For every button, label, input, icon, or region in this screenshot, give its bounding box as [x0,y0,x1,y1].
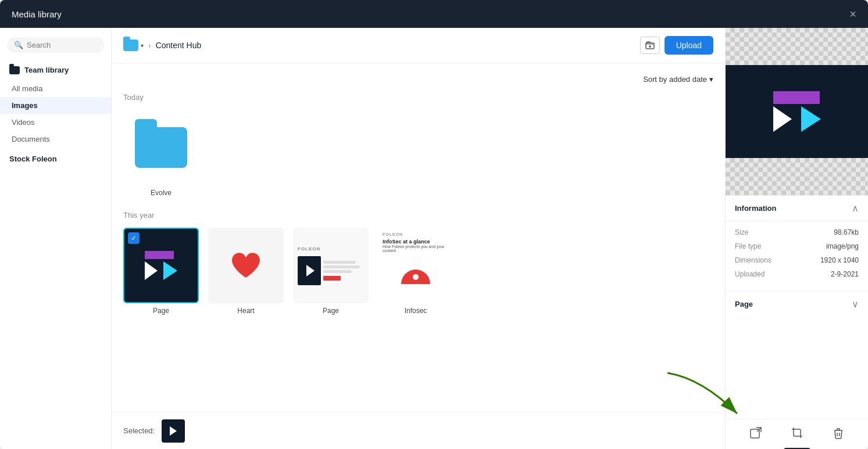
sidebar: 🔍 Team library All media Images Videos D [0,28,112,449]
folder-dropdown-icon: ▾ [141,42,144,49]
information-section-header[interactable]: Information ∧ [726,196,868,221]
search-bar[interactable]: 🔍 [7,37,104,53]
sort-row: Sort by added date ▾ [123,75,713,84]
list-item[interactable]: Evolve [123,110,199,197]
sidebar-item-images[interactable]: Images [0,97,111,114]
evolve-folder-thumb[interactable] [123,110,199,185]
evolve-folder-label: Evolve [151,189,172,197]
logo-cyan-arrow [163,261,177,280]
filetype-key: File type [735,242,761,250]
preview-arrows-row [773,106,821,132]
new-folder-button[interactable] [640,37,660,54]
infosec-thumbnail: FOLEON InfoSec at a glance How Foleon pr… [378,228,453,303]
search-icon: 🔍 [14,41,23,49]
information-section-title: Information [735,204,777,213]
heart-svg [228,248,263,283]
dimensions-value: 1920 x 1040 [820,256,859,264]
section-this-year-label: This year [123,211,713,220]
close-button[interactable]: × [849,8,856,20]
content-body: Sort by added date ▾ Today Evolve [112,63,725,412]
main-layout: 🔍 Team library All media Images Videos D [0,28,868,449]
infosec-thumb[interactable]: FOLEON InfoSec at a glance How Foleon pr… [378,228,453,303]
page2-item-label: Page [323,307,339,315]
heart-item-label: Heart [237,307,254,315]
crop-button[interactable] [791,426,803,442]
preview-main [726,65,868,158]
crop-icon [791,426,803,439]
external-link-button[interactable] [749,426,762,442]
sidebar-item-videos[interactable]: Videos [0,114,111,131]
filetype-value: image/png [826,242,859,250]
folder-dropdown-button[interactable]: ▾ [123,39,144,51]
new-folder-icon [645,41,655,50]
information-rows: Size 98.67kb File type image/png Dimensi… [726,221,868,291]
preview-checker-top [726,28,868,65]
preview-purple-bar [773,91,820,104]
preview-logo [773,91,821,132]
infosec-item-label: Infosec [405,307,427,315]
sort-label: Sort by added date [643,75,707,84]
logo-purple-bar [145,251,174,259]
app-window: Media library × 🔍 Team library All media… [0,0,868,449]
right-panel: Information ∧ Size 98.67kb File type ima… [725,28,868,449]
sidebar-item-all-media[interactable]: All media [0,80,111,97]
selected-label: Selected: [123,426,155,435]
page-section-header[interactable]: Page ∨ [726,291,868,317]
information-collapse-icon: ∧ [852,203,859,214]
foleon-logo: FOLEON [298,246,320,252]
dimensions-key: Dimensions [735,256,771,264]
preview-white-arrow [773,106,792,132]
infosec-logo: FOLEON [383,232,449,236]
heart-thumb[interactable] [208,228,284,303]
search-input[interactable] [27,41,97,49]
page-thumb-selected[interactable] [123,228,199,303]
page-section-title: Page [735,300,753,308]
page-section-expand-icon: ∨ [852,299,859,310]
size-key: Size [735,228,748,236]
uploaded-key: Uploaded [735,270,765,278]
sort-icon: ▾ [709,75,713,84]
selected-checkmark [128,232,140,244]
list-item[interactable]: Page [123,228,199,315]
uploaded-value: 2-9-2021 [831,270,859,278]
right-panel-actions: Crop [726,419,868,449]
preview-cyan-arrow [801,106,821,132]
page2-thumbnail: FOLEON [293,228,369,303]
sidebar-team-library[interactable]: Team library [0,62,111,78]
selected-thumbnail [162,419,185,443]
title-bar-title: Media library [12,9,62,19]
info-row-filetype: File type image/png [735,242,859,250]
crop-button-container: Crop [791,426,803,442]
information-section: Information ∧ Size 98.67kb File type ima… [726,195,868,291]
delete-button[interactable] [832,426,845,442]
info-row-dimensions: Dimensions 1920 x 1040 [735,256,859,264]
content-area: ▾ › Content Hub Upload [112,28,725,449]
bottom-bar: Selected: [112,412,725,449]
folder-shape [135,127,187,168]
upload-button[interactable]: Upload [665,36,713,55]
list-item[interactable]: FOLEON InfoSec at a glance How Foleon pr… [378,228,453,315]
logo-in-thumb [145,251,177,280]
media-grid-this-year: Page Heart [123,228,713,315]
infosec-title: InfoSec at a glance [383,239,449,245]
list-item[interactable]: FOLEON [293,228,369,315]
folder-thumbnail [123,110,199,185]
page-art [298,256,364,285]
preview-area [726,28,868,195]
semicircle [401,270,430,284]
logo-arrows-row [145,261,177,280]
info-row-uploaded: Uploaded 2-9-2021 [735,270,859,278]
delete-icon [832,426,845,439]
breadcrumb-text: Content Hub [156,41,202,50]
list-item[interactable]: Heart [208,228,284,315]
section-today-label: Today [123,93,713,102]
preview-checker-bottom [726,158,868,195]
size-value: 98.67kb [834,228,859,236]
infosec-subtitle: How Foleon protects you and your content [383,245,449,253]
title-bar: Media library × [0,0,868,28]
folder-icon [123,39,138,51]
page2-thumb[interactable]: FOLEON [293,228,369,303]
sort-button[interactable]: Sort by added date ▾ [643,75,713,84]
team-library-label: Team library [24,66,69,74]
sidebar-item-documents[interactable]: Documents [0,131,111,148]
